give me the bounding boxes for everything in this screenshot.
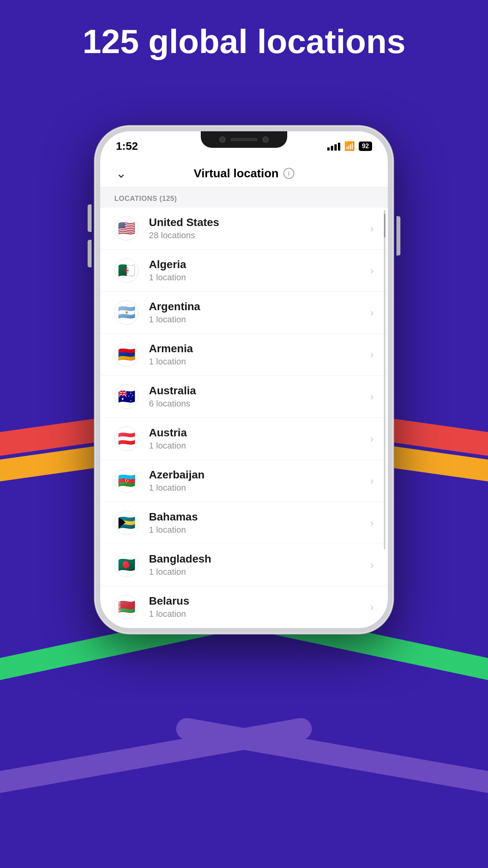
location-count: 1 location bbox=[149, 609, 360, 619]
list-item[interactable]: 🇦🇲 Armenia 1 location › bbox=[100, 334, 388, 376]
location-count: 1 location bbox=[149, 272, 360, 283]
location-count: 1 location bbox=[149, 525, 360, 535]
flag-by: 🇧🇾 bbox=[114, 595, 139, 619]
location-name: United States bbox=[149, 216, 360, 229]
location-name: Algeria bbox=[149, 258, 360, 271]
notch-camera bbox=[219, 136, 226, 143]
chevron-right-icon: › bbox=[370, 349, 374, 361]
notch-camera-2 bbox=[262, 136, 269, 143]
location-info: Algeria 1 location bbox=[149, 258, 360, 283]
chevron-right-icon: › bbox=[370, 265, 374, 277]
location-info: Bahamas 1 location bbox=[149, 511, 360, 535]
flag-au: 🇦🇺 bbox=[114, 384, 139, 409]
scrollbar[interactable] bbox=[384, 210, 385, 550]
location-name: Belarus bbox=[149, 595, 360, 607]
phone-notch bbox=[201, 131, 287, 148]
list-item[interactable]: 🇦🇺 Australia 6 locations › bbox=[100, 376, 388, 418]
flag-az: 🇦🇿 bbox=[114, 469, 139, 493]
location-name: Australia bbox=[149, 384, 360, 397]
flag-us: 🇺🇸 bbox=[114, 216, 139, 241]
location-name: Azerbaijan bbox=[149, 469, 360, 481]
hero-title: 125 global locations bbox=[0, 24, 488, 59]
location-info: Australia 6 locations bbox=[149, 384, 360, 409]
location-name: Argentina bbox=[149, 300, 360, 313]
phone-outer: 1:52 📶 92 ⌄ Virtual location i bbox=[95, 126, 393, 634]
list-item[interactable]: 🇦🇹 Austria 1 location › bbox=[100, 418, 388, 460]
info-button[interactable]: i bbox=[283, 168, 294, 179]
wifi-icon: 📶 bbox=[344, 141, 355, 151]
back-button[interactable]: ⌄ bbox=[116, 166, 127, 181]
chevron-right-icon: › bbox=[370, 475, 374, 487]
location-count: 28 locations bbox=[149, 230, 360, 241]
flag-bd: 🇧🇩 bbox=[114, 553, 139, 577]
flag-dz: 🇩🇿 bbox=[114, 258, 139, 283]
location-count: 1 location bbox=[149, 567, 360, 577]
section-header: LOCATIONS (125) bbox=[100, 188, 388, 208]
location-info: Bangladesh 1 location bbox=[149, 553, 360, 577]
location-count: 1 location bbox=[149, 314, 360, 325]
chevron-right-icon: › bbox=[370, 517, 374, 529]
location-name: Austria bbox=[149, 427, 360, 439]
page-title: Virtual location bbox=[194, 167, 279, 180]
flag-am: 🇦🇲 bbox=[114, 342, 139, 367]
notch-speaker bbox=[230, 138, 258, 141]
location-count: 1 location bbox=[149, 441, 360, 451]
flag-bs: 🇧🇸 bbox=[114, 511, 139, 535]
status-icons: 📶 92 bbox=[327, 141, 372, 151]
location-info: United States 28 locations bbox=[149, 216, 360, 241]
location-name: Bahamas bbox=[149, 511, 360, 523]
list-item[interactable]: 🇧🇩 Bangladesh 1 location › bbox=[100, 544, 388, 586]
location-info: Austria 1 location bbox=[149, 427, 360, 451]
chevron-right-icon: › bbox=[370, 601, 374, 613]
location-info: Azerbaijan 1 location bbox=[149, 469, 360, 493]
decorative-band-purple-right bbox=[174, 716, 488, 799]
signal-bar-3 bbox=[334, 144, 337, 151]
location-info: Armenia 1 location bbox=[149, 342, 360, 367]
location-list: 🇺🇸 United States 28 locations › 🇩🇿 Alger… bbox=[100, 208, 388, 628]
signal-bar-2 bbox=[331, 146, 333, 151]
signal-bar-4 bbox=[338, 143, 340, 151]
phone-mockup: 1:52 📶 92 ⌄ Virtual location i bbox=[95, 126, 393, 634]
chevron-right-icon: › bbox=[370, 559, 374, 571]
signal-bar-1 bbox=[327, 147, 330, 151]
chevron-right-icon: › bbox=[370, 307, 374, 319]
list-item[interactable]: 🇦🇿 Azerbaijan 1 location › bbox=[100, 460, 388, 502]
list-item[interactable]: 🇦🇷 Argentina 1 location › bbox=[100, 292, 388, 334]
section-label: LOCATIONS (125) bbox=[114, 195, 177, 202]
location-count: 6 locations bbox=[149, 399, 360, 409]
app-header: ⌄ Virtual location i bbox=[100, 158, 388, 188]
status-time: 1:52 bbox=[116, 140, 138, 153]
chevron-right-icon: › bbox=[370, 391, 374, 403]
list-item[interactable]: 🇩🇿 Algeria 1 location › bbox=[100, 250, 388, 292]
scroll-thumb bbox=[384, 214, 385, 237]
signal-bars-icon bbox=[327, 142, 340, 151]
list-item[interactable]: 🇧🇸 Bahamas 1 location › bbox=[100, 502, 388, 544]
flag-ar: 🇦🇷 bbox=[114, 300, 139, 325]
decorative-band-purple-left bbox=[0, 716, 314, 799]
list-item[interactable]: 🇺🇸 United States 28 locations › bbox=[100, 208, 388, 250]
chevron-right-icon: › bbox=[370, 223, 374, 235]
location-info: Argentina 1 location bbox=[149, 300, 360, 325]
list-item[interactable]: 🇧🇾 Belarus 1 location › bbox=[100, 586, 388, 628]
flag-at: 🇦🇹 bbox=[114, 427, 139, 451]
battery-indicator: 92 bbox=[359, 142, 372, 151]
location-name: Bangladesh bbox=[149, 553, 360, 565]
location-info: Belarus 1 location bbox=[149, 595, 360, 619]
location-count: 1 location bbox=[149, 357, 360, 367]
location-name: Armenia bbox=[149, 342, 360, 355]
phone-inner: 1:52 📶 92 ⌄ Virtual location i bbox=[100, 131, 388, 628]
location-count: 1 location bbox=[149, 483, 360, 493]
chevron-right-icon: › bbox=[370, 433, 374, 445]
